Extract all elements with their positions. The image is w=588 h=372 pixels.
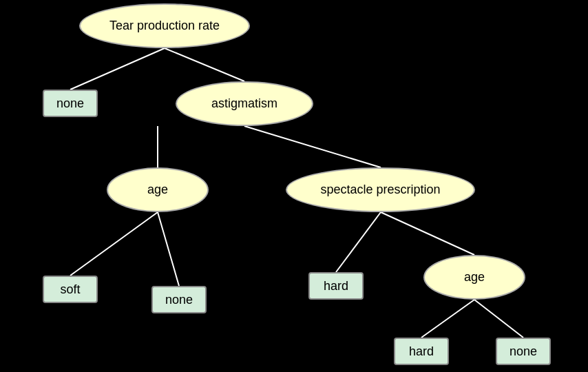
age-left: age [107, 167, 209, 212]
svg-line-0 [70, 48, 165, 90]
svg-line-9 [474, 300, 523, 338]
tear-production: Tear production rate [79, 3, 250, 48]
none-top: none [43, 90, 98, 117]
svg-line-8 [421, 300, 474, 338]
age-right: age [423, 255, 525, 300]
hard-bottom: hard [394, 338, 449, 365]
svg-line-5 [158, 212, 179, 286]
soft: soft [43, 276, 98, 303]
svg-line-4 [70, 212, 158, 276]
svg-line-7 [381, 212, 474, 255]
none-bottom: none [496, 338, 551, 365]
hard-left: hard [308, 272, 364, 300]
svg-line-3 [244, 126, 381, 167]
astigmatism: astigmatism [176, 81, 313, 126]
none-mid: none [151, 286, 207, 313]
svg-line-1 [165, 48, 244, 81]
svg-line-6 [336, 212, 381, 272]
spectacle-prescription: spectacle prescription [286, 167, 475, 212]
